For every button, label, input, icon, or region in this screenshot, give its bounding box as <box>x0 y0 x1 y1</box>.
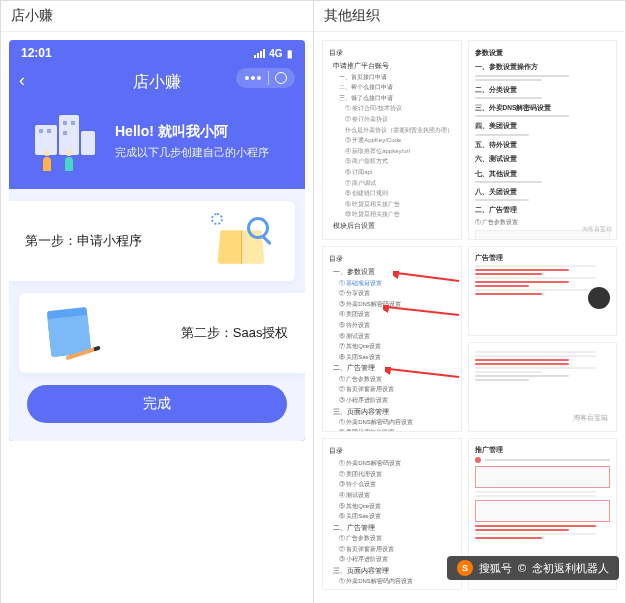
hero-illustration <box>23 111 105 171</box>
battery-icon: ▮ <box>287 48 293 59</box>
more-icon[interactable] <box>245 76 249 80</box>
column-left-body: 12:01 4G ▮ ‹ 店小赚 <box>1 32 313 592</box>
toc3-list: ① 外卖DNS解密码设置 ② 美团代理设置 ③ 待个么设置 ④ 测试设置 ⑤ 其… <box>329 459 455 590</box>
close-icon[interactable] <box>275 72 287 84</box>
step2-illustration <box>35 307 105 359</box>
phone-mockup: 12:01 4G ▮ ‹ 店小赚 <box>9 40 305 441</box>
toc2-title: 目录 <box>329 253 455 264</box>
thumb-row-2: 目录 一、参数设置 ① 基础项目设置 ② 分享设置 ③ 外卖DNS解密码设置 ④… <box>322 246 618 432</box>
comparison-table: 店小赚 12:01 4G ▮ ‹ 店小赚 <box>0 0 626 603</box>
thumb-toc-3[interactable]: 目录 ① 外卖DNS解密码设置 ② 美团代理设置 ③ 待个么设置 ④ 测试设置 … <box>322 438 462 590</box>
divider: © <box>518 562 526 574</box>
step1-illustration <box>209 215 279 267</box>
badge-author: 念初返利机器人 <box>532 561 609 576</box>
phone-nav-bar: ‹ 店小赚 <box>9 62 305 107</box>
back-icon[interactable]: ‹ <box>19 70 25 91</box>
hero-section: Hello! 就叫我小阿 完成以下几步创建自己的小程序 <box>9 107 305 189</box>
column-left: 店小赚 12:01 4G ▮ ‹ 店小赚 <box>1 1 314 603</box>
shot1-title: 参数设置 <box>475 47 611 58</box>
step-card-1[interactable]: 第一步：申请小程序 <box>9 201 295 281</box>
avatar-icon <box>588 287 610 309</box>
sohu-icon: S <box>457 560 473 576</box>
hero-text: Hello! 就叫我小阿 完成以下几步创建自己的小程序 <box>115 123 269 160</box>
toc1-list: 申请推广平台账号 一、首页接口申请 二、帮个么接口申请 三、饿了么接口申请 ① … <box>329 61 455 231</box>
status-right: 4G ▮ <box>254 48 292 59</box>
toc2-list: 一、参数设置 ① 基础项目设置 ② 分享设置 ③ 外卖DNS解密码设置 ④ 美团… <box>329 267 455 432</box>
toc1-title: 目录 <box>329 47 455 58</box>
status-time: 12:01 <box>21 46 52 60</box>
column-right: 其他组织 目录 申请推广平台账号 一、首页接口申请 二、帮个么接口申请 三、饿了… <box>314 1 626 603</box>
source-badge[interactable]: S 搜狐号 © 念初返利机器人 <box>447 556 619 580</box>
column-right-header: 其他组织 <box>314 1 626 32</box>
step-card-2[interactable]: 第二步：Saas授权 <box>19 293 305 373</box>
magnifier-icon <box>247 217 269 239</box>
badge-platform: 搜狐号 <box>479 561 512 576</box>
phone-status-bar: 12:01 4G ▮ <box>9 40 305 62</box>
watermark-1: 淘客百宝箱 <box>582 225 612 235</box>
column-right-body: 目录 申请推广平台账号 一、首页接口申请 二、帮个么接口申请 三、饿了么接口申请… <box>314 32 626 603</box>
thumbnails-wrap: 目录 申请推广平台账号 一、首页接口申请 二、帮个么接口申请 三、饿了么接口申请… <box>322 40 618 590</box>
column-left-header: 店小赚 <box>1 1 313 32</box>
signal-label: 4G <box>269 48 282 59</box>
toc3-title: 目录 <box>329 445 455 456</box>
hero-subtitle: 完成以下几步创建自己的小程序 <box>115 145 269 160</box>
thumb-shot-1[interactable]: 参数设置 一、参数设置操作方 二、分类设置 三、外卖DNS解密码设置 四、美团设… <box>468 40 618 240</box>
phone-app-title: 店小赚 <box>133 72 181 93</box>
hero-title: Hello! 就叫我小阿 <box>115 123 269 141</box>
thumb-row-1: 目录 申请推广平台账号 一、首页接口申请 二、帮个么接口申请 三、饿了么接口申请… <box>322 40 618 240</box>
thumb-toc-2[interactable]: 目录 一、参数设置 ① 基础项目设置 ② 分享设置 ③ 外卖DNS解密码设置 ④… <box>322 246 462 432</box>
thumb-shot-2[interactable]: 广告管理 <box>468 246 618 336</box>
signal-icon <box>254 49 265 58</box>
phone-body: 第一步：申请小程序 第二步：Saas授权 <box>9 189 305 441</box>
thumb-shot-3[interactable]: 淘客百宝箱 <box>468 342 618 432</box>
miniprogram-capsule[interactable] <box>236 68 295 88</box>
step2-label: 第二步：Saas授权 <box>181 324 289 342</box>
red-dot-icon <box>475 457 481 463</box>
step1-label: 第一步：申请小程序 <box>25 232 142 250</box>
done-button[interactable]: 完成 <box>27 385 287 423</box>
watermark-2: 淘客百宝箱 <box>573 412 608 423</box>
thumb-toc-1[interactable]: 目录 申请推广平台账号 一、首页接口申请 二、帮个么接口申请 三、饿了么接口申请… <box>322 40 462 240</box>
